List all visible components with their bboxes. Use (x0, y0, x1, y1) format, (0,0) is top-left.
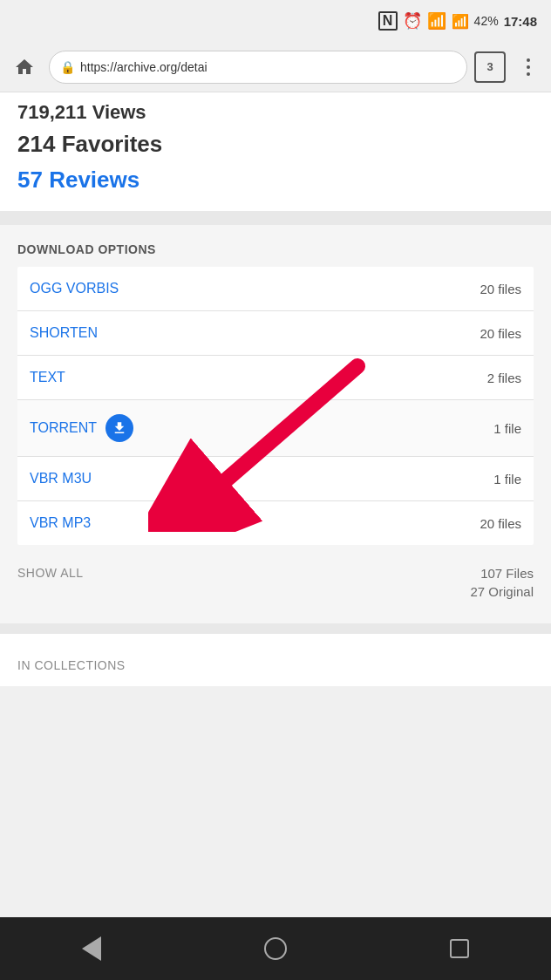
home-nav-icon (264, 937, 287, 960)
download-item-text-count: 2 files (487, 371, 521, 385)
download-item-torrent-count: 1 file (493, 421, 521, 436)
download-section: DOWNLOAD OPTIONS OGG VORBIS 20 files SHO… (0, 225, 551, 545)
nav-bar (0, 917, 551, 980)
section-divider-2 (0, 623, 551, 634)
favorites-count: 214 Favorites (17, 131, 534, 158)
download-item-ogg-count: 20 files (480, 282, 521, 296)
download-title: DOWNLOAD OPTIONS (17, 242, 534, 256)
wifi-icon: 📶 (427, 11, 446, 31)
recents-icon (450, 939, 469, 958)
total-files-count: 107 Files (470, 566, 534, 581)
download-item-shorten-count: 20 files (480, 326, 521, 341)
download-list: OGG VORBIS 20 files SHORTEN 20 files TEX… (17, 267, 534, 545)
torrent-download-icon[interactable] (105, 414, 133, 442)
status-bar: N ⏰ 📶 📶 42% 17:48 (0, 0, 551, 42)
show-all-row: SHOW ALL 107 Files 27 Original (17, 559, 534, 609)
home-nav-button[interactable] (249, 922, 302, 975)
menu-dot-2 (527, 65, 530, 69)
download-item-torrent[interactable]: TORRENT 1 file (17, 400, 534, 457)
download-item-ogg-left: OGG VORBIS (30, 281, 119, 296)
recents-button[interactable] (433, 922, 486, 975)
show-all-section: SHOW ALL 107 Files 27 Original (0, 545, 551, 623)
reviews-count[interactable]: 57 Reviews (17, 167, 534, 194)
lock-icon: 🔒 (60, 60, 75, 74)
download-item-vbr-m3u-name: VBR M3U (30, 471, 92, 487)
show-all-label[interactable]: SHOW ALL (17, 566, 84, 580)
stats-section: 719,211 Views 214 Favorites 57 Reviews (0, 92, 551, 211)
time-display: 17:48 (504, 14, 537, 29)
download-item-torrent-left: TORRENT (30, 414, 133, 442)
download-item-ogg-name: OGG VORBIS (30, 281, 119, 296)
menu-dot-3 (527, 72, 530, 76)
original-files-count: 27 Original (470, 584, 534, 599)
address-bar[interactable]: 🔒 https://archive.org/detai (49, 51, 467, 84)
download-item-text-name: TEXT (30, 370, 65, 385)
back-button[interactable] (65, 922, 118, 975)
collections-section: IN COLLECTIONS (0, 644, 551, 686)
download-item-shorten-name: SHORTEN (30, 325, 98, 341)
alarm-icon: ⏰ (403, 11, 422, 31)
show-all-counts: 107 Files 27 Original (470, 566, 534, 602)
section-divider-1 (0, 211, 551, 225)
back-icon (82, 936, 101, 961)
download-item-vbr-m3u-count: 1 file (493, 472, 521, 487)
home-button[interactable] (7, 50, 42, 85)
download-item-shorten-left: SHORTEN (30, 325, 98, 341)
download-item-vbr-mp3-left: VBR MP3 (30, 515, 91, 531)
url-text: https://archive.org/detai (80, 60, 456, 74)
download-item-vbr-m3u-left: VBR M3U (30, 471, 92, 487)
download-item-torrent-name: TORRENT (30, 420, 97, 436)
download-item-vbr-m3u[interactable]: VBR M3U 1 file (17, 457, 534, 501)
nfc-icon: N (378, 11, 398, 31)
menu-button[interactable] (513, 51, 544, 83)
menu-dot-1 (527, 58, 530, 62)
signal-icon: 📶 (452, 13, 469, 30)
download-item-vbr-mp3[interactable]: VBR MP3 20 files (17, 501, 534, 545)
download-item-text[interactable]: TEXT 2 files (17, 356, 534, 400)
download-item-vbr-mp3-name: VBR MP3 (30, 515, 91, 531)
tab-count-button[interactable]: 3 (474, 51, 506, 83)
views-count: 719,211 Views (17, 101, 534, 124)
download-item-text-left: TEXT (30, 370, 65, 385)
browser-bar: 🔒 https://archive.org/detai 3 (0, 42, 551, 92)
battery-indicator: 42% (474, 14, 499, 28)
download-item-vbr-mp3-count: 20 files (480, 516, 521, 531)
download-item-ogg[interactable]: OGG VORBIS 20 files (17, 267, 534, 311)
download-item-shorten[interactable]: SHORTEN 20 files (17, 311, 534, 356)
collections-title: IN COLLECTIONS (17, 658, 534, 672)
